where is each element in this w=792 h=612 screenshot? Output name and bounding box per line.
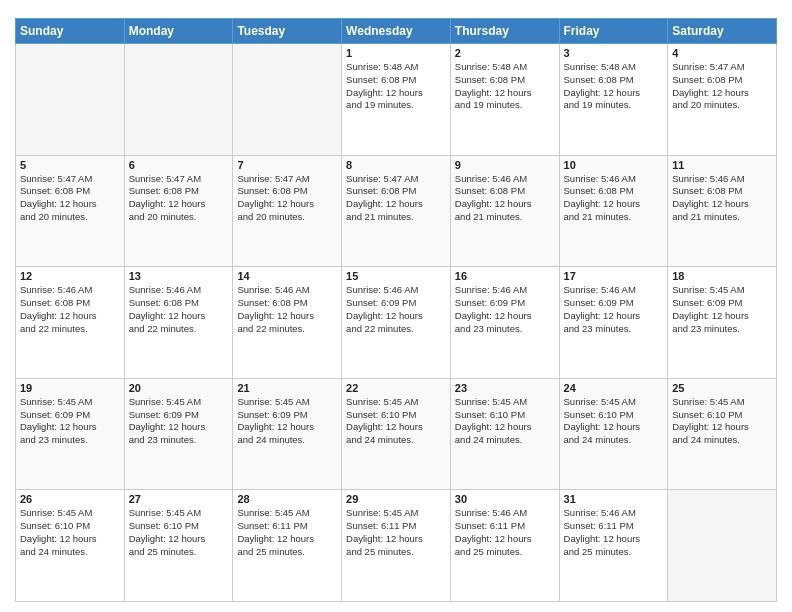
day-info: Sunrise: 5:46 AM Sunset: 6:08 PM Dayligh…	[672, 173, 772, 224]
day-info: Sunrise: 5:45 AM Sunset: 6:10 PM Dayligh…	[129, 507, 229, 558]
calendar-header-row: SundayMondayTuesdayWednesdayThursdayFrid…	[16, 19, 777, 44]
day-info: Sunrise: 5:48 AM Sunset: 6:08 PM Dayligh…	[564, 61, 664, 112]
day-number: 10	[564, 159, 664, 171]
day-info: Sunrise: 5:45 AM Sunset: 6:09 PM Dayligh…	[20, 396, 120, 447]
day-number: 22	[346, 382, 446, 394]
day-number: 14	[237, 270, 337, 282]
calendar-week-row: 12Sunrise: 5:46 AM Sunset: 6:08 PM Dayli…	[16, 267, 777, 379]
day-info: Sunrise: 5:48 AM Sunset: 6:08 PM Dayligh…	[455, 61, 555, 112]
day-number: 31	[564, 493, 664, 505]
day-number: 26	[20, 493, 120, 505]
calendar-cell: 28Sunrise: 5:45 AM Sunset: 6:11 PM Dayli…	[233, 490, 342, 602]
day-number: 9	[455, 159, 555, 171]
calendar-table: SundayMondayTuesdayWednesdayThursdayFrid…	[15, 18, 777, 602]
day-number: 19	[20, 382, 120, 394]
calendar-cell: 5Sunrise: 5:47 AM Sunset: 6:08 PM Daylig…	[16, 155, 125, 267]
day-info: Sunrise: 5:45 AM Sunset: 6:09 PM Dayligh…	[237, 396, 337, 447]
day-info: Sunrise: 5:47 AM Sunset: 6:08 PM Dayligh…	[129, 173, 229, 224]
day-info: Sunrise: 5:45 AM Sunset: 6:10 PM Dayligh…	[455, 396, 555, 447]
calendar-cell: 9Sunrise: 5:46 AM Sunset: 6:08 PM Daylig…	[450, 155, 559, 267]
day-number: 28	[237, 493, 337, 505]
calendar-cell: 6Sunrise: 5:47 AM Sunset: 6:08 PM Daylig…	[124, 155, 233, 267]
calendar-cell: 12Sunrise: 5:46 AM Sunset: 6:08 PM Dayli…	[16, 267, 125, 379]
calendar-cell: 31Sunrise: 5:46 AM Sunset: 6:11 PM Dayli…	[559, 490, 668, 602]
day-number: 7	[237, 159, 337, 171]
day-number: 11	[672, 159, 772, 171]
day-number: 6	[129, 159, 229, 171]
calendar-cell: 1Sunrise: 5:48 AM Sunset: 6:08 PM Daylig…	[342, 44, 451, 156]
calendar-cell: 4Sunrise: 5:47 AM Sunset: 6:08 PM Daylig…	[668, 44, 777, 156]
calendar-cell: 25Sunrise: 5:45 AM Sunset: 6:10 PM Dayli…	[668, 378, 777, 490]
calendar-cell: 18Sunrise: 5:45 AM Sunset: 6:09 PM Dayli…	[668, 267, 777, 379]
calendar-cell: 7Sunrise: 5:47 AM Sunset: 6:08 PM Daylig…	[233, 155, 342, 267]
day-info: Sunrise: 5:45 AM Sunset: 6:10 PM Dayligh…	[346, 396, 446, 447]
calendar-cell: 23Sunrise: 5:45 AM Sunset: 6:10 PM Dayli…	[450, 378, 559, 490]
calendar-cell: 15Sunrise: 5:46 AM Sunset: 6:09 PM Dayli…	[342, 267, 451, 379]
day-info: Sunrise: 5:46 AM Sunset: 6:09 PM Dayligh…	[346, 284, 446, 335]
day-number: 25	[672, 382, 772, 394]
calendar-cell: 27Sunrise: 5:45 AM Sunset: 6:10 PM Dayli…	[124, 490, 233, 602]
day-number: 16	[455, 270, 555, 282]
calendar-cell: 14Sunrise: 5:46 AM Sunset: 6:08 PM Dayli…	[233, 267, 342, 379]
day-info: Sunrise: 5:45 AM Sunset: 6:10 PM Dayligh…	[20, 507, 120, 558]
day-info: Sunrise: 5:46 AM Sunset: 6:08 PM Dayligh…	[455, 173, 555, 224]
day-info: Sunrise: 5:46 AM Sunset: 6:11 PM Dayligh…	[564, 507, 664, 558]
day-info: Sunrise: 5:45 AM Sunset: 6:10 PM Dayligh…	[564, 396, 664, 447]
calendar-cell: 20Sunrise: 5:45 AM Sunset: 6:09 PM Dayli…	[124, 378, 233, 490]
calendar-cell: 17Sunrise: 5:46 AM Sunset: 6:09 PM Dayli…	[559, 267, 668, 379]
day-number: 21	[237, 382, 337, 394]
calendar-cell: 13Sunrise: 5:46 AM Sunset: 6:08 PM Dayli…	[124, 267, 233, 379]
calendar-day-header: Saturday	[668, 19, 777, 44]
day-info: Sunrise: 5:48 AM Sunset: 6:08 PM Dayligh…	[346, 61, 446, 112]
calendar-day-header: Wednesday	[342, 19, 451, 44]
day-number: 30	[455, 493, 555, 505]
calendar-cell: 29Sunrise: 5:45 AM Sunset: 6:11 PM Dayli…	[342, 490, 451, 602]
day-number: 13	[129, 270, 229, 282]
day-info: Sunrise: 5:46 AM Sunset: 6:08 PM Dayligh…	[129, 284, 229, 335]
page: General Blue SundayMondayTuesdayWednesda…	[0, 0, 792, 612]
calendar-day-header: Sunday	[16, 19, 125, 44]
day-number: 15	[346, 270, 446, 282]
day-info: Sunrise: 5:47 AM Sunset: 6:08 PM Dayligh…	[346, 173, 446, 224]
day-number: 27	[129, 493, 229, 505]
calendar-cell	[16, 44, 125, 156]
calendar-day-header: Thursday	[450, 19, 559, 44]
calendar-week-row: 5Sunrise: 5:47 AM Sunset: 6:08 PM Daylig…	[16, 155, 777, 267]
calendar-cell: 24Sunrise: 5:45 AM Sunset: 6:10 PM Dayli…	[559, 378, 668, 490]
day-info: Sunrise: 5:45 AM Sunset: 6:09 PM Dayligh…	[129, 396, 229, 447]
day-info: Sunrise: 5:46 AM Sunset: 6:11 PM Dayligh…	[455, 507, 555, 558]
day-info: Sunrise: 5:45 AM Sunset: 6:09 PM Dayligh…	[672, 284, 772, 335]
day-info: Sunrise: 5:45 AM Sunset: 6:11 PM Dayligh…	[237, 507, 337, 558]
calendar-day-header: Monday	[124, 19, 233, 44]
calendar-week-row: 19Sunrise: 5:45 AM Sunset: 6:09 PM Dayli…	[16, 378, 777, 490]
day-info: Sunrise: 5:45 AM Sunset: 6:10 PM Dayligh…	[672, 396, 772, 447]
day-number: 18	[672, 270, 772, 282]
calendar-week-row: 1Sunrise: 5:48 AM Sunset: 6:08 PM Daylig…	[16, 44, 777, 156]
day-info: Sunrise: 5:46 AM Sunset: 6:09 PM Dayligh…	[564, 284, 664, 335]
day-number: 2	[455, 47, 555, 59]
calendar-cell: 2Sunrise: 5:48 AM Sunset: 6:08 PM Daylig…	[450, 44, 559, 156]
calendar-cell: 8Sunrise: 5:47 AM Sunset: 6:08 PM Daylig…	[342, 155, 451, 267]
day-info: Sunrise: 5:46 AM Sunset: 6:09 PM Dayligh…	[455, 284, 555, 335]
day-number: 4	[672, 47, 772, 59]
calendar-cell	[124, 44, 233, 156]
calendar-cell: 16Sunrise: 5:46 AM Sunset: 6:09 PM Dayli…	[450, 267, 559, 379]
calendar-cell	[233, 44, 342, 156]
day-info: Sunrise: 5:47 AM Sunset: 6:08 PM Dayligh…	[237, 173, 337, 224]
day-number: 20	[129, 382, 229, 394]
day-info: Sunrise: 5:46 AM Sunset: 6:08 PM Dayligh…	[564, 173, 664, 224]
day-number: 23	[455, 382, 555, 394]
calendar-cell: 11Sunrise: 5:46 AM Sunset: 6:08 PM Dayli…	[668, 155, 777, 267]
calendar-cell: 10Sunrise: 5:46 AM Sunset: 6:08 PM Dayli…	[559, 155, 668, 267]
calendar-day-header: Tuesday	[233, 19, 342, 44]
day-number: 24	[564, 382, 664, 394]
calendar-cell: 26Sunrise: 5:45 AM Sunset: 6:10 PM Dayli…	[16, 490, 125, 602]
calendar-cell	[668, 490, 777, 602]
calendar-cell: 3Sunrise: 5:48 AM Sunset: 6:08 PM Daylig…	[559, 44, 668, 156]
day-number: 29	[346, 493, 446, 505]
calendar-cell: 19Sunrise: 5:45 AM Sunset: 6:09 PM Dayli…	[16, 378, 125, 490]
day-number: 1	[346, 47, 446, 59]
calendar-cell: 30Sunrise: 5:46 AM Sunset: 6:11 PM Dayli…	[450, 490, 559, 602]
day-info: Sunrise: 5:46 AM Sunset: 6:08 PM Dayligh…	[237, 284, 337, 335]
calendar-day-header: Friday	[559, 19, 668, 44]
